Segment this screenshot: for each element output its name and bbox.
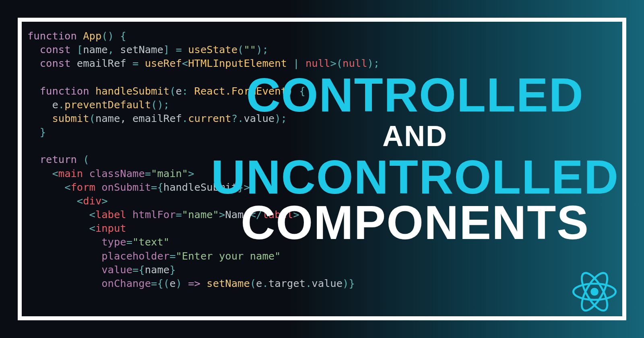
string: "main": [151, 167, 188, 179]
punctuation: );: [367, 57, 380, 69]
punctuation: =: [175, 208, 182, 221]
identifier: emailRef: [77, 57, 126, 69]
punctuation: <: [89, 222, 95, 234]
identifier: setName: [120, 43, 163, 56]
identifier: name: [83, 43, 107, 56]
string: "": [244, 43, 256, 56]
jsx-attr: type: [101, 236, 126, 248]
function-call: submit: [52, 112, 89, 124]
operator: =: [132, 57, 138, 69]
jsx-attr: value: [101, 264, 132, 276]
punctuation: ={: [132, 264, 145, 276]
keyword: return: [40, 153, 77, 165]
function-name: App: [83, 30, 101, 42]
punctuation: =: [126, 236, 132, 248]
jsx-attr: onChange: [101, 277, 151, 289]
jsx-attr: onSubmit: [101, 181, 151, 193]
punctuation: =: [145, 167, 151, 179]
identifier: name: [145, 264, 169, 276]
punctuation: ,: [108, 43, 120, 56]
type: HTMLInputElement: [188, 57, 287, 69]
jsx-tag: div: [83, 195, 101, 207]
punctuation: (: [89, 112, 95, 124]
punctuation: >: [188, 167, 194, 179]
punctuation: ();: [151, 99, 169, 111]
jsx-attr: placeholder: [101, 250, 169, 262]
parameter: e: [176, 85, 182, 97]
headline-and: AND: [211, 122, 619, 150]
headline-uncontrolled: UNCONTROLLED: [211, 155, 619, 200]
punctuation: .: [262, 277, 268, 289]
string: "text": [132, 236, 169, 248]
headline: CONTROLLED AND UNCONTROLLED COMPONENTS: [211, 72, 619, 245]
string: "Enter your name": [175, 250, 281, 262]
punctuation: }: [169, 264, 175, 276]
jsx-attr: className: [89, 167, 145, 179]
punctuation: }: [40, 126, 46, 138]
property: target: [268, 277, 305, 289]
keyword: function: [40, 85, 89, 97]
punctuation: ={: [151, 181, 163, 193]
punctuation: <: [52, 167, 58, 179]
method: preventDefault: [64, 99, 151, 111]
punctuation: );: [256, 43, 268, 56]
punctuation: .: [305, 277, 312, 289]
function-call: useState: [188, 43, 237, 56]
parameter: e: [169, 277, 175, 289]
operator: =: [176, 43, 182, 56]
function-name: handleSubmit: [95, 85, 169, 97]
react-logo-icon: [572, 270, 617, 314]
punctuation: ): [175, 277, 188, 289]
punctuation: ]: [163, 43, 169, 56]
punctuation: (: [237, 43, 244, 56]
jsx-tag: input: [95, 222, 126, 234]
identifier: e: [52, 99, 58, 111]
keyword: function: [27, 30, 77, 42]
punctuation: <: [77, 195, 83, 207]
punctuation: ={(: [151, 277, 169, 289]
jsx-tag: main: [58, 167, 83, 179]
identifier: e: [256, 277, 262, 289]
jsx-tag: label: [95, 208, 126, 221]
headline-controlled: CONTROLLED: [211, 72, 619, 117]
punctuation: [: [77, 43, 83, 56]
punctuation: :: [182, 85, 194, 97]
punctuation: (: [83, 153, 89, 165]
svg-point-0: [590, 288, 599, 296]
headline-components: COMPONENTS: [211, 200, 619, 245]
keyword: const: [40, 43, 71, 56]
arrow: =>: [188, 277, 200, 289]
keyword: const: [40, 57, 71, 69]
punctuation: .: [182, 112, 188, 124]
jsx-tag: form: [70, 181, 95, 193]
punctuation: (: [250, 277, 256, 289]
property: value: [312, 277, 343, 289]
punctuation: <: [89, 208, 95, 221]
punctuation: <: [64, 181, 70, 193]
punctuation: >: [101, 195, 107, 207]
punctuation: =: [169, 250, 175, 262]
null-keyword: null: [305, 57, 330, 69]
punctuation: <: [182, 57, 188, 69]
arguments: name, emailRef: [95, 112, 182, 124]
operator: |: [293, 57, 299, 69]
punctuation: (: [169, 85, 175, 97]
punctuation: () {: [101, 30, 126, 42]
null-keyword: null: [343, 57, 367, 69]
function-call: useRef: [145, 57, 182, 69]
jsx-attr: htmlFor: [132, 208, 175, 221]
function-call: setName: [206, 277, 250, 289]
punctuation: .: [58, 99, 64, 111]
punctuation: )}: [343, 277, 355, 289]
punctuation: >(: [330, 57, 343, 69]
